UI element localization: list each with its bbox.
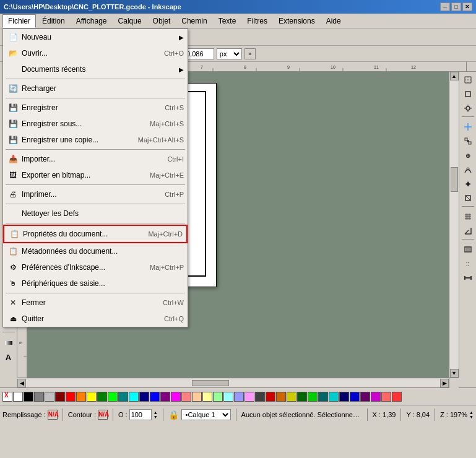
color-yellow[interactable] [87, 392, 97, 402]
menu-texte[interactable]: Texte [214, 14, 241, 28]
zoom-spinner[interactable]: ▲ ▼ [469, 410, 474, 419]
color-navy[interactable] [139, 392, 149, 402]
color-darkteal[interactable] [318, 392, 328, 402]
menu-objet[interactable]: Objet [148, 14, 176, 28]
vertical-scrollbar[interactable]: ▲ ▼ [449, 72, 459, 378]
color-purple[interactable] [160, 392, 170, 402]
color-maroon[interactable] [55, 392, 65, 402]
menu-quitter[interactable]: ⏏ Quitter Ctrl+Q [3, 311, 188, 327]
snap-angle[interactable] [461, 224, 475, 238]
menu-ouvrir[interactable]: 📂 Ouvrir... Ctrl+O [3, 45, 188, 61]
menu-enregistrer-copie[interactable]: 💾 Enregistrer une copie... Maj+Ctrl+Alt+… [3, 132, 188, 148]
color-cyan[interactable] [129, 392, 139, 402]
menu-aide[interactable]: Aide [321, 14, 346, 28]
scroll-right-btn[interactable]: ▶ [440, 379, 449, 387]
zoom-fit-page[interactable] [461, 243, 475, 256]
scroll-track-v[interactable] [450, 80, 459, 369]
color-black[interactable] [24, 392, 33, 402]
opacity-input[interactable] [129, 409, 152, 420]
color-darkorange[interactable] [276, 392, 286, 402]
menu-preferences[interactable]: ⚙ Préférences d'Inkscape... Maj+Ctrl+P [3, 259, 188, 275]
scroll-left-btn[interactable]: ◀ [17, 379, 26, 387]
menu-imprimer[interactable]: 🖨 Imprimer... Ctrl+P [3, 186, 188, 202]
color-gray[interactable] [34, 392, 44, 402]
menu-nouveau[interactable]: 📄 Nouveau ▶ [3, 29, 188, 45]
menu-fichier[interactable]: Fichier [2, 14, 36, 28]
color-silver[interactable] [45, 392, 54, 402]
snap-grid[interactable] [461, 210, 475, 223]
snap-center[interactable]: ⊕ [461, 149, 475, 162]
menu-peripheriques[interactable]: 🖱 Périphériques de saisie... [3, 275, 188, 292]
color-peach[interactable] [192, 392, 202, 402]
tool-gradient[interactable] [2, 336, 15, 350]
snap-intersection[interactable]: ✚ [461, 177, 475, 191]
tool-text[interactable]: A [2, 350, 15, 364]
snap-object[interactable] [461, 191, 475, 205]
menu-nettoyer[interactable]: Nettoyer les Defs [3, 205, 188, 222]
menu-importer[interactable]: 📥 Importer... Ctrl+I [3, 151, 188, 167]
snap-extra[interactable] [461, 271, 475, 285]
opacity-spinner[interactable]: ▲ ▼ [154, 410, 158, 419]
color-lightblue[interactable] [234, 392, 244, 402]
color-none[interactable] [2, 392, 12, 402]
color-lightcyan[interactable] [223, 392, 233, 402]
color-medcyan[interactable] [329, 392, 339, 402]
menu-filtres[interactable]: Filtres [242, 14, 272, 28]
menu-proprietes[interactable]: 📋 Propriétés du document... Maj+Ctrl+D [3, 225, 188, 243]
color-darkred[interactable] [266, 392, 275, 402]
menu-exporter-bitmap[interactable]: 🖼 Exporter en bitmap... Maj+Ctrl+E [3, 167, 188, 183]
scroll-track-h[interactable] [26, 379, 440, 387]
color-darkyellow[interactable] [287, 392, 296, 402]
horizontal-scrollbar[interactable]: ◀ ▶ [17, 378, 459, 387]
unit-select[interactable]: px mm cm [217, 48, 242, 59]
color-magenta[interactable] [171, 392, 181, 402]
color-green[interactable] [97, 392, 107, 402]
color-lightred[interactable] [181, 392, 191, 402]
menu-enregistrer[interactable]: 💾 Enregistrer Ctrl+S [3, 100, 188, 116]
menu-fermer[interactable]: ✕ Fermer Ctrl+W [3, 295, 188, 311]
snap-node[interactable] [461, 102, 475, 115]
scroll-up-btn[interactable]: ▲ [450, 72, 459, 80]
menu-extensions[interactable]: Extensions [274, 14, 320, 28]
color-medblue[interactable] [350, 392, 360, 402]
color-blue[interactable] [150, 392, 160, 402]
color-white[interactable] [13, 392, 23, 402]
menu-recharger[interactable]: 🔄 Recharger [3, 80, 188, 97]
snap-bbox[interactable] [461, 87, 475, 101]
color-darkpurple[interactable] [360, 392, 370, 402]
layer-select[interactable]: •Calque 1 [181, 409, 231, 420]
color-extra1[interactable] [381, 392, 391, 402]
minimize-button[interactable]: ─ [440, 2, 450, 11]
color-teal[interactable] [118, 392, 128, 402]
color-medmagenta[interactable] [371, 392, 381, 402]
color-darkgreen[interactable] [297, 392, 307, 402]
menu-chemin[interactable]: Chemin [176, 14, 212, 28]
snap-path[interactable] [461, 163, 475, 176]
color-darkgray[interactable] [255, 392, 265, 402]
color-lightgreen[interactable] [213, 392, 223, 402]
color-extra2[interactable] [392, 392, 402, 402]
color-orange[interactable] [76, 392, 86, 402]
snap-guide[interactable] [461, 120, 475, 134]
color-lightyellow[interactable] [202, 392, 212, 402]
menu-metadata[interactable]: 📋 Métadonnées du document... [3, 243, 188, 259]
close-button[interactable]: ✕ [462, 2, 472, 11]
menu-affichage[interactable]: Affichage [71, 14, 112, 28]
snap-midpoint[interactable] [461, 134, 475, 148]
menu-recents[interactable]: Documents récents ▶ [3, 61, 188, 77]
scroll-thumb-h[interactable] [192, 380, 229, 386]
color-medgreen[interactable] [308, 392, 318, 402]
color-darknavy[interactable] [339, 392, 349, 402]
menu-calque[interactable]: Calque [113, 14, 147, 28]
color-red[interactable] [66, 392, 76, 402]
menu-edition[interactable]: Édition [37, 14, 70, 28]
snap-enable[interactable] [461, 73, 475, 87]
maximize-button[interactable]: □ [451, 2, 461, 11]
color-lime[interactable] [108, 392, 118, 402]
scroll-thumb-v[interactable] [451, 167, 458, 192]
snap-pixel[interactable]: :: [461, 257, 475, 270]
scroll-down-btn[interactable]: ▼ [450, 369, 459, 378]
menu-enregistrer-sous[interactable]: 💾 Enregistrer sous... Maj+Ctrl+S [3, 116, 188, 132]
color-lightmagenta[interactable] [244, 392, 254, 402]
expand-coords-btn[interactable]: » [244, 48, 256, 59]
